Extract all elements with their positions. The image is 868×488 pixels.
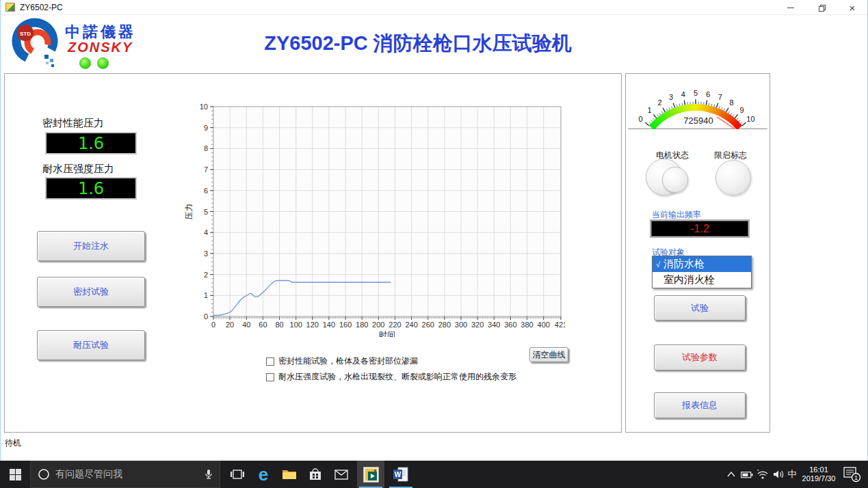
svg-text:6: 6 (706, 90, 710, 98)
pressure-time-chart: 0204060801001201401601802002202402602803… (182, 96, 565, 337)
clear-curve-button[interactable]: 清空曲线 (529, 347, 568, 362)
start-button[interactable] (0, 461, 30, 488)
ime-indicator[interactable]: 中 (785, 461, 799, 488)
svg-text:320: 320 (471, 321, 484, 329)
status-led-1 (79, 57, 91, 69)
taskbar-clock[interactable]: 16:01 2019/7/30 (799, 461, 839, 488)
checkmark-icon: √ (653, 260, 663, 269)
dropdown-option-indoor-hydrant[interactable]: 室内消火栓 (653, 272, 751, 288)
svg-text:160: 160 (339, 321, 352, 329)
strength-pressure-display: 1.6 (45, 177, 137, 200)
restore-button[interactable] (806, 0, 837, 15)
wifi-tray-button[interactable]: * (755, 461, 770, 488)
windows-logo-icon (10, 469, 21, 480)
battery-tray-button[interactable] (739, 461, 755, 488)
clock-time: 16:01 (809, 465, 828, 474)
svg-text:240: 240 (405, 321, 417, 329)
svg-text:20: 20 (226, 321, 234, 329)
minimize-button[interactable] (776, 0, 806, 15)
svg-text:7: 7 (204, 165, 208, 174)
word-icon: W (393, 467, 408, 482)
output-frequency-value: -1.2 (690, 223, 709, 235)
report-info-button[interactable]: 报表信息 (654, 392, 746, 418)
title-bar[interactable]: ZY6502-PC × (1, 0, 867, 15)
svg-text:0: 0 (211, 321, 215, 329)
close-button[interactable]: × (837, 0, 867, 15)
svg-text:260: 260 (422, 321, 434, 329)
test-parameters-button[interactable]: 试验参数 (654, 344, 746, 370)
tray-expand-button[interactable] (724, 461, 739, 488)
test-object-dropdown: √ 消防水枪 室内消火栓 (652, 256, 752, 288)
svg-text:400: 400 (538, 321, 550, 329)
company-logo: STD 中諾儀器 ZONSKY (6, 16, 170, 71)
logo-english-name: ZONSKY (68, 40, 133, 55)
folder-icon (282, 468, 297, 480)
seal-pressure-value: 1.6 (78, 134, 104, 153)
dropdown-option-fire-nozzle[interactable]: √ 消防水枪 (653, 256, 751, 272)
svg-text:40: 40 (242, 321, 250, 329)
word-button[interactable]: W (387, 461, 415, 488)
taskbar-search-box[interactable]: 有问题尽管问我 (30, 461, 220, 488)
speaker-icon (773, 470, 785, 479)
strength-result-checkbox[interactable] (266, 373, 274, 381)
cortana-icon (38, 468, 50, 480)
strength-pressure-label: 耐水压强度压力 (42, 163, 114, 176)
action-center-button[interactable]: 1 (840, 461, 865, 488)
seal-result-checkbox[interactable] (266, 357, 274, 366)
start-water-button[interactable]: 开始注水 (37, 231, 145, 261)
pressure-gauge: 012345678910725940 (628, 76, 767, 129)
svg-text:8: 8 (729, 98, 733, 107)
battery-icon (741, 471, 753, 478)
svg-text:280: 280 (438, 321, 451, 329)
svg-text:60: 60 (259, 321, 267, 329)
window-title: ZY6502-PC (20, 3, 63, 12)
zy6502-app-icon (363, 467, 379, 483)
test-button[interactable]: 试验 (654, 295, 746, 321)
strength-pressure-value: 1.6 (78, 179, 104, 198)
svg-text:5: 5 (694, 89, 698, 97)
svg-text:340: 340 (488, 321, 500, 329)
svg-text:压力: 压力 (184, 204, 194, 220)
svg-text:5: 5 (204, 208, 208, 216)
svg-text:时间: 时间 (379, 330, 395, 337)
svg-text:220: 220 (389, 321, 401, 329)
svg-text:6: 6 (204, 187, 208, 195)
svg-text:421: 421 (555, 321, 565, 329)
zy6502-app-button[interactable] (357, 461, 384, 488)
file-explorer-button[interactable] (276, 461, 302, 488)
store-button[interactable] (302, 461, 328, 488)
svg-text:1: 1 (204, 291, 208, 299)
taskbar: 有问题尽管问我 e (0, 461, 868, 488)
svg-text:80: 80 (275, 321, 283, 329)
svg-text:2: 2 (657, 98, 661, 107)
wifi-icon: * (757, 470, 769, 479)
svg-text:1: 1 (854, 474, 858, 481)
svg-text:8: 8 (204, 144, 208, 152)
seal-test-button[interactable]: 密封试验 (37, 277, 145, 307)
main-panel: 密封性能压力 1.6 耐水压强度压力 1.6 开始注水 密封试验 耐压试验 02… (4, 73, 622, 433)
svg-text:4: 4 (204, 228, 208, 236)
mail-icon (334, 470, 348, 480)
control-panel: 012345678910725940 电机状态 限启标志 当前输出频率 -1.2… (625, 73, 770, 433)
mail-button[interactable] (328, 461, 354, 488)
svg-text:10: 10 (746, 115, 754, 123)
volume-tray-button[interactable] (770, 461, 787, 488)
seal-result-label: 密封性能试验，枪体及各密封部位渗漏 (278, 355, 418, 367)
svg-text:3: 3 (669, 93, 673, 101)
svg-text:300: 300 (455, 321, 467, 329)
edge-browser-button[interactable]: e (250, 461, 276, 488)
microphone-icon[interactable] (205, 469, 213, 480)
status-text: 待机 (5, 437, 21, 449)
status-led-2 (97, 57, 109, 69)
action-center-icon: 1 (843, 466, 861, 483)
svg-text:380: 380 (521, 321, 533, 329)
pressure-test-button[interactable]: 耐压试验 (37, 330, 145, 360)
svg-text:140: 140 (323, 321, 335, 329)
logo-swirl-icon: STD (6, 16, 64, 71)
task-view-button[interactable] (224, 461, 250, 488)
svg-text:STD: STD (20, 31, 31, 37)
strength-result-label: 耐水压强度试验，水枪出现裂纹、断裂或影响正常使用的残余变形 (278, 371, 516, 383)
chevron-up-icon (727, 472, 735, 477)
svg-text:9: 9 (204, 124, 208, 132)
svg-text:0: 0 (639, 115, 643, 123)
